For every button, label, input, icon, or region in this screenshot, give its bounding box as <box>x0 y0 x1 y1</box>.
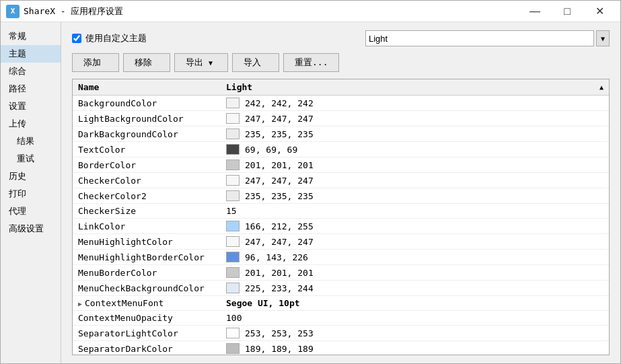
row-name: CheckerSize <box>73 204 221 219</box>
table-row[interactable]: ContextMenuOpacity100 <box>73 311 609 326</box>
row-value: 247, 247, 247 <box>221 173 609 188</box>
row-value: Segoe UI, 10pt <box>221 296 609 311</box>
sidebar-item-设置[interactable]: 设置 <box>1 98 61 115</box>
theme-table: Name Light ▲ BackgroundColor242, 242, 24… <box>73 79 609 355</box>
row-name: LinkColor <box>73 219 221 234</box>
title-bar-text: ShareX - 应用程序设置 <box>24 5 519 17</box>
table-row[interactable]: LightBackgroundColor247, 247, 247 <box>73 111 609 126</box>
content-area: 常规主题综合路径设置上传结果重试历史打印代理高级设置 使用自定义主题 Light… <box>1 22 620 363</box>
row-name: CheckerColor <box>73 173 221 188</box>
row-value: 235, 235, 235 <box>221 126 609 142</box>
sidebar-item-常规[interactable]: 常规 <box>1 28 61 45</box>
row-value: 253, 253, 253 <box>221 326 609 341</box>
table-row[interactable]: SeparatorDarkColor189, 189, 189 <box>73 341 609 356</box>
sidebar-item-主题[interactable]: 主题 <box>1 45 61 63</box>
row-value: 201, 201, 201 <box>221 265 609 281</box>
row-name: TextColor <box>73 142 221 157</box>
theme-dropdown-wrapper: Light ▼ <box>365 30 610 46</box>
title-bar: X ShareX - 应用程序设置 — □ ✕ <box>1 1 620 22</box>
table-row[interactable]: BorderColor201, 201, 201 <box>73 157 609 173</box>
row-name: LightBackgroundColor <box>73 111 221 126</box>
sidebar-item-历史[interactable]: 历史 <box>1 168 61 185</box>
table-row[interactable]: BackgroundColor242, 242, 242 <box>73 96 609 111</box>
sidebar-item-打印[interactable]: 打印 <box>1 185 61 203</box>
table-row[interactable]: MenuHighlightBorderColor96, 143, 226 <box>73 250 609 265</box>
main-panel: 使用自定义主题 Light ▼ 添加 移除 导出 ▼ 导入 重置... <box>61 22 620 363</box>
sidebar-item-综合[interactable]: 综合 <box>1 63 61 80</box>
table-row[interactable]: ▶ContextMenuFontSegoe UI, 10pt <box>73 296 609 311</box>
row-name: SeparatorDarkColor <box>73 341 221 356</box>
custom-theme-checkbox[interactable] <box>72 34 81 43</box>
toolbar: 添加 移除 导出 ▼ 导入 重置... <box>72 53 610 72</box>
theme-header: 使用自定义主题 Light ▼ <box>72 30 610 46</box>
table-row[interactable]: DarkBackgroundColor235, 235, 235 <box>73 126 609 142</box>
table-row[interactable]: MenuHighlightColor247, 247, 247 <box>73 234 609 250</box>
minimize-button[interactable]: — <box>519 1 550 22</box>
app-window: X ShareX - 应用程序设置 — □ ✕ 常规主题综合路径设置上传结果重试… <box>0 0 621 364</box>
sidebar-item-路径[interactable]: 路径 <box>1 80 61 98</box>
theme-dropdown-arrow[interactable]: ▼ <box>596 30 610 46</box>
custom-theme-checkbox-wrapper: 使用自定义主题 <box>72 32 147 44</box>
row-value: 15 <box>221 204 609 219</box>
col-light-header[interactable]: Light ▲ <box>221 79 609 96</box>
table-row[interactable]: MenuBorderColor201, 201, 201 <box>73 265 609 281</box>
row-name: DarkBackgroundColor <box>73 126 221 142</box>
theme-select[interactable]: Light <box>365 30 594 46</box>
sidebar-item-高级设置[interactable]: 高级设置 <box>1 220 61 238</box>
export-dropdown-arrow-icon: ▼ <box>209 59 213 67</box>
row-value: 247, 247, 247 <box>221 234 609 250</box>
theme-table-container[interactable]: Name Light ▲ BackgroundColor242, 242, 24… <box>72 79 610 355</box>
table-row[interactable]: MenuCheckBackgroundColor225, 233, 244 <box>73 281 609 296</box>
row-value: 235, 235, 235 <box>221 188 609 204</box>
table-row[interactable]: CheckerSize15 <box>73 204 609 219</box>
import-button[interactable]: 导入 <box>232 53 279 72</box>
custom-theme-label[interactable]: 使用自定义主题 <box>85 32 147 44</box>
row-name: SeparatorLightColor <box>73 326 221 341</box>
sort-up-icon: ▲ <box>599 83 604 91</box>
maximize-button[interactable]: □ <box>552 1 583 22</box>
app-icon: X <box>6 5 20 18</box>
table-row[interactable]: CheckerColor2235, 235, 235 <box>73 188 609 204</box>
sidebar-item-上传[interactable]: 上传 <box>1 115 61 133</box>
row-name: MenuCheckBackgroundColor <box>73 281 221 296</box>
remove-button[interactable]: 移除 <box>123 53 170 72</box>
add-button[interactable]: 添加 <box>72 53 119 72</box>
row-name: CheckerColor2 <box>73 188 221 204</box>
row-value: 225, 233, 244 <box>221 281 609 296</box>
row-name: MenuHighlightBorderColor <box>73 250 221 265</box>
row-value: 96, 143, 226 <box>221 250 609 265</box>
table-row[interactable]: CheckerColor247, 247, 247 <box>73 173 609 188</box>
table-row[interactable]: SeparatorLightColor253, 253, 253 <box>73 326 609 341</box>
row-name: BackgroundColor <box>73 96 221 111</box>
row-value: 69, 69, 69 <box>221 142 609 157</box>
table-row[interactable]: TextColor69, 69, 69 <box>73 142 609 157</box>
reset-button[interactable]: 重置... <box>283 53 339 72</box>
sidebar-item-代理[interactable]: 代理 <box>1 203 61 220</box>
row-value: 189, 189, 189 <box>221 341 609 356</box>
row-value: 201, 201, 201 <box>221 157 609 173</box>
sidebar: 常规主题综合路径设置上传结果重试历史打印代理高级设置 <box>1 22 61 363</box>
row-value: 247, 247, 247 <box>221 111 609 126</box>
title-bar-controls: — □ ✕ <box>519 1 615 22</box>
close-button[interactable]: ✕ <box>584 1 615 22</box>
row-name: ▶ContextMenuFont <box>73 296 221 311</box>
row-value: 100 <box>221 311 609 326</box>
row-name: MenuHighlightColor <box>73 234 221 250</box>
table-row[interactable]: LinkColor166, 212, 255 <box>73 219 609 234</box>
row-value: 242, 242, 242 <box>221 96 609 111</box>
export-button[interactable]: 导出 ▼ <box>174 53 228 72</box>
row-name: ContextMenuOpacity <box>73 311 221 326</box>
sidebar-item-结果[interactable]: 结果 <box>1 133 61 150</box>
row-name: BorderColor <box>73 157 221 173</box>
row-name: MenuBorderColor <box>73 265 221 281</box>
sidebar-item-重试[interactable]: 重试 <box>1 150 61 168</box>
row-value: 166, 212, 255 <box>221 219 609 234</box>
col-name-header[interactable]: Name <box>73 79 221 96</box>
